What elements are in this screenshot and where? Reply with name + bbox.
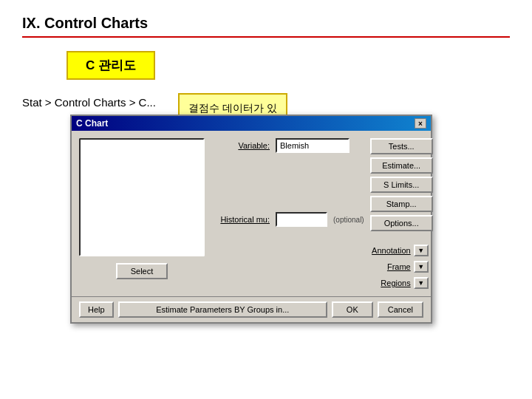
- dialog-body: Select Variable: Historical mu: (optiona…: [72, 131, 431, 296]
- variable-field-row: Variable:: [211, 138, 364, 153]
- dialog-window: C Chart × Select Variable: Historical mu…: [70, 115, 432, 324]
- dialog-titlebar: C Chart ×: [72, 116, 431, 131]
- tooltip-line1: 결점수 데이터가 있: [188, 102, 277, 114]
- historical-mu-label: Historical mu:: [211, 215, 270, 224]
- regions-label: Regions: [370, 279, 411, 287]
- page-container: IX. Control Charts C 관리도 Stat > Control …: [0, 0, 532, 399]
- right-panel: Tests... Estimate... S Limits... Stamp..…: [370, 138, 437, 289]
- tests-button[interactable]: Tests...: [370, 138, 433, 154]
- regions-dropdown[interactable]: ▼: [414, 277, 429, 289]
- left-panel: Select: [79, 138, 205, 289]
- annotation-label: Annotation: [370, 246, 411, 255]
- frame-label: Frame: [370, 262, 411, 271]
- options-button[interactable]: Options...: [370, 215, 433, 231]
- dialog-bottom: Help Estimate Parameters BY Groups in...…: [72, 296, 431, 322]
- ok-button[interactable]: OK: [332, 301, 373, 318]
- variable-label: Variable:: [211, 141, 270, 150]
- close-button[interactable]: ×: [415, 118, 426, 129]
- variable-input[interactable]: [276, 138, 349, 153]
- section-label: C 관리도: [66, 51, 155, 80]
- frame-dropdown[interactable]: ▼: [414, 261, 429, 273]
- stamp-button[interactable]: Stamp...: [370, 196, 433, 212]
- dialog-title: C Chart: [76, 118, 108, 129]
- annotation-dropdown[interactable]: ▼: [414, 245, 429, 256]
- breadcrumb: Stat > Control Charts > C...: [22, 96, 156, 109]
- regions-row: Regions ▼: [370, 277, 437, 289]
- s-limits-button[interactable]: S Limits...: [370, 177, 433, 193]
- help-button[interactable]: Help: [79, 301, 114, 318]
- page-title: IX. Control Charts: [22, 15, 510, 32]
- cancel-button[interactable]: Cancel: [378, 301, 423, 318]
- historical-mu-field-row: Historical mu: (optional): [211, 212, 364, 227]
- select-button[interactable]: Select: [116, 263, 168, 279]
- variables-listbox[interactable]: [79, 138, 205, 256]
- estimate-button[interactable]: Estimate...: [370, 157, 433, 174]
- estimate-params-button[interactable]: Estimate Parameters BY Groups in...: [118, 301, 327, 318]
- middle-panel: Variable: Historical mu: (optional): [211, 138, 364, 289]
- historical-mu-input[interactable]: [276, 212, 327, 227]
- frame-row: Frame ▼: [370, 261, 437, 273]
- optional-label: (optional): [333, 216, 364, 224]
- title-divider: [22, 36, 510, 38]
- annotation-row: Annotation ▼: [370, 245, 437, 256]
